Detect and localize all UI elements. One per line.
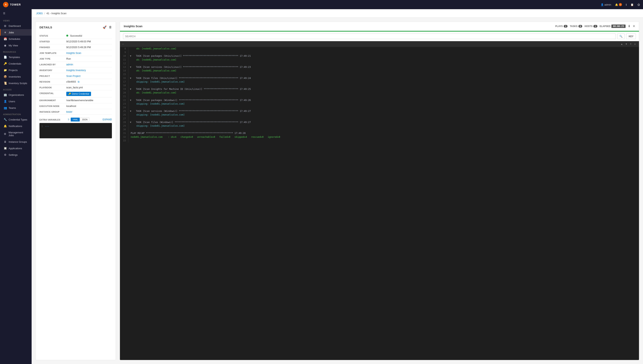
- mgmt-jobs-icon: ⚙: [4, 132, 7, 136]
- hamburger-menu[interactable]: ☰: [0, 9, 32, 18]
- sidebar-item-teams[interactable]: 👥 Teams: [0, 104, 32, 111]
- sidebar-item-applications[interactable]: 🔲 Applications: [0, 145, 32, 152]
- yaml-toggle[interactable]: YAML: [71, 118, 80, 122]
- log-line: 12: [120, 62, 639, 65]
- launch-icon[interactable]: 🚀: [103, 26, 106, 29]
- task-toggle[interactable]: ▼: [128, 120, 133, 124]
- key-button[interactable]: KEY: [626, 34, 636, 39]
- orgs-icon: 🏢: [4, 93, 7, 96]
- sidebar-label-cred-types: Credential Types: [8, 118, 27, 121]
- power-btn[interactable]: ⏻: [638, 3, 640, 6]
- credential-button[interactable]: 🔑 Demo Credential: [66, 92, 91, 96]
- download-btn[interactable]: ⬇: [628, 24, 630, 28]
- sidebar-item-management-jobs[interactable]: ⚙ Management Jobs: [0, 129, 32, 138]
- extra-vars-info-icon[interactable]: ?: [68, 118, 69, 121]
- exec-node-label: EXECUTION NODE: [40, 104, 66, 108]
- access-label: ACCESS: [0, 86, 32, 92]
- log-task-section: 28▼TASK [Scan files (Windows)] *********…: [120, 120, 639, 124]
- search-input[interactable]: [123, 34, 616, 39]
- sidebar-item-notifications[interactable]: 🔔 Notifications: [0, 123, 32, 129]
- inventory-value[interactable]: Insights Inventory: [66, 69, 112, 72]
- project-value[interactable]: Scan Project: [66, 74, 112, 78]
- app-name: TOWER: [10, 3, 21, 6]
- started-label: STARTED: [40, 40, 66, 43]
- copy-icon[interactable]: ⧉: [78, 80, 80, 83]
- log-line: 23 skipping: [node01.jmanuelcalvo.com]: [120, 102, 639, 106]
- info-icon: ℹ: [626, 3, 627, 6]
- sidebar-label-notif: Notifications: [8, 125, 22, 128]
- breadcrumb-separator: /: [44, 12, 45, 15]
- nav-down-btn[interactable]: ▼: [624, 42, 628, 46]
- settings-icon: ⚙: [4, 153, 7, 156]
- output-header: Insights Scan PLAYS 1 TASKS 8 HOSTS 1: [120, 22, 639, 31]
- instance-groups-icon: 🖥: [4, 140, 7, 143]
- log-line: 17 skipping: [node01.jmanuelcalvo.com]: [120, 80, 639, 84]
- launched-by-row: LAUNCHED BY admin: [40, 62, 112, 68]
- sidebar-item-dashboard[interactable]: ⊞ Dashboard: [0, 22, 32, 29]
- nav-actions: 👤 admin 🔔 0 ℹ 📋 ⏻: [601, 3, 640, 6]
- sidebar-label-schedules: Schedules: [8, 38, 20, 40]
- task-toggle[interactable]: ▼: [128, 110, 133, 113]
- inventory-label: INVENTORY: [40, 69, 66, 72]
- info-btn[interactable]: ℹ: [626, 3, 627, 6]
- plays-stat: PLAYS 1: [555, 25, 568, 28]
- sidebar-item-credential-types[interactable]: 🔧 Credential Types: [0, 116, 32, 123]
- clipboard-btn[interactable]: 📋: [630, 3, 634, 6]
- sidebar-label-inv-scripts: Inventory Scripts: [8, 82, 27, 85]
- main-content: JOBS / 41 - Insights Scan DETAILS 🚀 🗑 ST…: [32, 9, 643, 364]
- sidebar-item-jobs[interactable]: ≡ Jobs: [0, 29, 32, 36]
- trash-icon[interactable]: 🗑: [109, 26, 112, 29]
- task-toggle[interactable]: ▼: [128, 54, 133, 58]
- sidebar-item-credentials[interactable]: 🔑 Credentials: [0, 60, 32, 67]
- task-toggle[interactable]: ▼: [128, 87, 133, 91]
- environment-row: ENVIRONMENT /var/lib/awx/venv/ansible: [40, 98, 112, 103]
- sidebar-label-myview: My View: [8, 44, 18, 47]
- status-label: STATUS: [40, 34, 66, 37]
- sidebar-item-inventories[interactable]: 📦 Inventories: [0, 73, 32, 80]
- sidebar-item-users[interactable]: 👤 Users: [0, 98, 32, 104]
- details-header: DETAILS 🚀 🗑: [40, 26, 112, 29]
- top-navbar: A TOWER 👤 admin 🔔 0 ℹ 📋 ⏻: [0, 0, 643, 9]
- tasks-label: TASKS: [570, 25, 578, 28]
- line-numbers: 1: [42, 125, 43, 136]
- finished-label: FINISHED: [40, 46, 66, 49]
- json-toggle[interactable]: JSON: [80, 118, 89, 122]
- expand-link[interactable]: EXPAND: [103, 118, 112, 121]
- instance-group-value[interactable]: tower: [66, 110, 112, 113]
- task-toggle[interactable]: ▼: [128, 76, 133, 80]
- launched-by-value[interactable]: admin: [66, 63, 112, 66]
- nav-up-btn[interactable]: ▲: [620, 42, 624, 46]
- section-toggle[interactable]: −: [122, 43, 124, 46]
- sidebar-item-settings[interactable]: ⚙ Settings: [0, 152, 32, 158]
- credential-value: 🔑 Demo Credential: [66, 92, 112, 96]
- sidebar-item-organizations[interactable]: 🏢 Organizations: [0, 92, 32, 98]
- nav-bottom-btn[interactable]: ⇓: [633, 42, 637, 46]
- project-row: PROJECT Scan Project: [40, 73, 112, 79]
- nav-top-btn[interactable]: ⇑: [629, 42, 632, 46]
- job-template-value[interactable]: Insights Scan: [66, 52, 112, 54]
- task-toggle[interactable]: ▼: [128, 65, 133, 69]
- notifications-btn[interactable]: 🔔 0: [615, 3, 622, 6]
- username-label: admin: [604, 3, 611, 6]
- search-button[interactable]: 🔍: [617, 34, 624, 39]
- inventory-row: INVENTORY Insights Inventory: [40, 68, 112, 73]
- log-line: 32node01.jmanuelcalvo.com : ok=4 changed…: [120, 135, 639, 139]
- log-line: 27: [120, 117, 639, 120]
- sidebar-item-myview[interactable]: ◉ My View: [0, 42, 32, 49]
- sidebar-item-templates[interactable]: 📄 Templates: [0, 54, 32, 60]
- job-type-row: JOB TYPE Run: [40, 56, 112, 62]
- sidebar-label-projects: Projects: [8, 69, 18, 72]
- sidebar-item-schedules[interactable]: 📅 Schedules: [0, 36, 32, 42]
- task-toggle[interactable]: ▼: [128, 98, 133, 102]
- log-container[interactable]: − ▲ ▼ ⇑ ⇓ 8 ok: [node01.jmanuelcalvo.com…: [120, 41, 639, 360]
- yaml-json-toggle: YAML JSON: [71, 118, 89, 122]
- close-output-btn[interactable]: ✕: [633, 24, 635, 28]
- sidebar-item-instance-groups[interactable]: 🖥 Instance Groups: [0, 138, 32, 145]
- admin-user[interactable]: 👤 admin: [601, 3, 611, 6]
- job-template-label: JOB TEMPLATE: [40, 52, 66, 54]
- breadcrumb-jobs-link[interactable]: JOBS: [36, 12, 43, 15]
- sidebar-item-inventory-scripts[interactable]: 📜 Inventory Scripts: [0, 80, 32, 86]
- log-task-section: 19▼TASK [Scan Insights for Machine ID (U…: [120, 87, 639, 91]
- sidebar-item-projects[interactable]: 📁 Projects: [0, 67, 32, 73]
- log-line: 11 ok: [node01.jmanuelcalvo.com]: [120, 58, 639, 62]
